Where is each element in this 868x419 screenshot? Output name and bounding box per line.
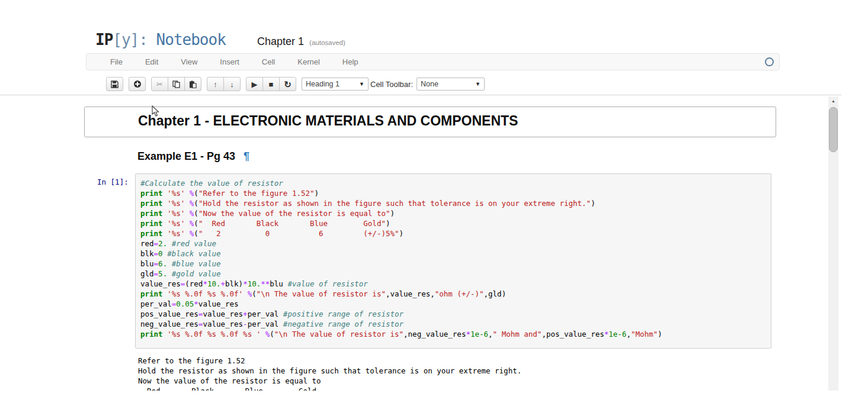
cut-cell-button[interactable]: ✂ — [151, 77, 168, 91]
autosave-status: (autosaved) — [309, 39, 345, 46]
code-line: red=2. #red value — [140, 238, 766, 249]
code-line: blk=0 #black value — [140, 249, 766, 259]
scrollbar-up-arrow-icon[interactable]: ▲ — [828, 96, 838, 105]
code-line: neg_value_res=value_res-per_val #negativ… — [140, 319, 766, 329]
notebook-scroll-area: Chapter 1 - ELECTRONIC MATERIALS AND COM… — [0, 95, 828, 391]
menu-item-kernel[interactable]: Kernel — [286, 57, 331, 66]
output-area: Refer to the figure 1.52Hold the resisto… — [138, 356, 521, 391]
menubar: FileEditViewInsertCellKernelHelp — [86, 53, 780, 70]
code-line: print '%s' %("Hold the resistor as shown… — [140, 198, 766, 208]
code-line: print '%s %.0f %s %.0f' %("\n The value … — [140, 289, 766, 299]
kernel-idle-circle-icon — [765, 57, 774, 66]
copy-icon — [172, 80, 180, 88]
menu-item-view[interactable]: View — [169, 57, 209, 66]
add-cell-icon — [133, 80, 142, 88]
output-line: Refer to the figure 1.52 — [138, 356, 521, 366]
ipython-logo[interactable]: IP[y]: Notebook — [95, 31, 226, 49]
anchor-link-icon[interactable]: ¶ — [244, 150, 249, 162]
example-heading: Example E1 - Pg 43¶ — [137, 150, 249, 163]
stop-icon: ■ — [269, 80, 274, 88]
interrupt-kernel-button[interactable]: ■ — [262, 77, 280, 91]
vertical-scrollbar[interactable]: ▲ — [828, 96, 838, 391]
code-line: #Calculate the value of resistor — [140, 178, 766, 188]
code-line: print '%s' %("Now the value of the resis… — [140, 208, 766, 218]
output-line: Now the value of the resistor is equal t… — [138, 376, 521, 386]
move-up-icon: ↑ — [213, 80, 217, 88]
logo-ip: IP — [95, 31, 113, 49]
cell-toolbar-label: Cell Toolbar: — [370, 80, 413, 89]
logo-notebook: Notebook — [148, 31, 226, 49]
output-line: Red Black Blue Gold — [138, 386, 521, 391]
scrollbar-thumb[interactable] — [829, 107, 838, 152]
menu-item-edit[interactable]: Edit — [134, 57, 169, 66]
paste-icon — [189, 80, 197, 88]
code-line: print '%s' %(" 2 0 6 (+/-)5%") — [140, 228, 766, 238]
notebook-title[interactable]: Chapter 1(autosaved) — [257, 36, 345, 48]
menu-item-help[interactable]: Help — [331, 57, 370, 66]
move-cell-up-button[interactable]: ↑ — [207, 77, 224, 91]
save-button[interactable] — [106, 77, 123, 91]
code-line: print '%s' %(" Red Black Blue Gold") — [140, 218, 766, 228]
restart-kernel-button[interactable]: ↻ — [279, 77, 296, 91]
code-line: blu=6. #blue value — [140, 259, 766, 269]
code-input-area[interactable]: #Calculate the value of resistorprint '%… — [135, 173, 771, 349]
cell-toolbar-select[interactable]: None ▼ — [417, 78, 485, 91]
notebook-app: IP[y]: Notebook Chapter 1(autosaved) Fil… — [0, 0, 868, 419]
add-cell-button[interactable] — [129, 77, 146, 91]
output-line: Hold the resistor as shown in the figure… — [138, 366, 521, 376]
run-icon: ▶ — [252, 80, 258, 88]
code-line: per_val=0.05*value_res — [140, 299, 766, 309]
copy-cell-button[interactable] — [168, 77, 185, 91]
menu-item-file[interactable]: File — [99, 57, 134, 66]
code-line: gld=5. #gold value — [140, 269, 766, 279]
code-line: pos_value_res=value_res+per_val #positiv… — [140, 309, 766, 319]
code-line: print '%s' %("Refer to the figure 1.52") — [140, 188, 766, 198]
mouse-cursor-icon — [152, 105, 160, 117]
menu-item-cell[interactable]: Cell — [251, 57, 286, 66]
run-cell-button[interactable]: ▶ — [246, 77, 263, 91]
toolbar: ✂ ↑ ↓ ▶ ■ ↻ Heading 1 ▼ Cell Tool — [106, 77, 485, 91]
cut-icon: ✂ — [156, 80, 163, 88]
input-prompt: In [1]: — [97, 178, 129, 186]
code-line: print '%s %.0f %s %.0f %s ' %("\n The va… — [140, 329, 766, 339]
move-down-icon: ↓ — [230, 80, 234, 88]
save-icon — [111, 80, 118, 88]
code-line: value_res=(red*10.+blk)*10.**blu #value … — [140, 279, 766, 289]
paste-cell-button[interactable] — [184, 77, 201, 91]
move-cell-down-button[interactable]: ↓ — [223, 77, 241, 91]
restart-kernel-icon: ↻ — [284, 80, 292, 89]
heading-cell-selected[interactable]: Chapter 1 - ELECTRONIC MATERIALS AND COM… — [84, 107, 776, 137]
chevron-down-icon: ▼ — [475, 81, 481, 87]
logo-y: [y]: — [113, 31, 148, 49]
menu-item-insert[interactable]: Insert — [209, 57, 251, 66]
chapter-heading: Chapter 1 - ELECTRONIC MATERIALS AND COM… — [138, 113, 518, 129]
cell-type-select[interactable]: Heading 1 ▼ — [302, 78, 369, 91]
menu-list: FileEditViewInsertCellKernelHelp — [87, 54, 779, 70]
chevron-down-icon: ▼ — [359, 81, 364, 87]
